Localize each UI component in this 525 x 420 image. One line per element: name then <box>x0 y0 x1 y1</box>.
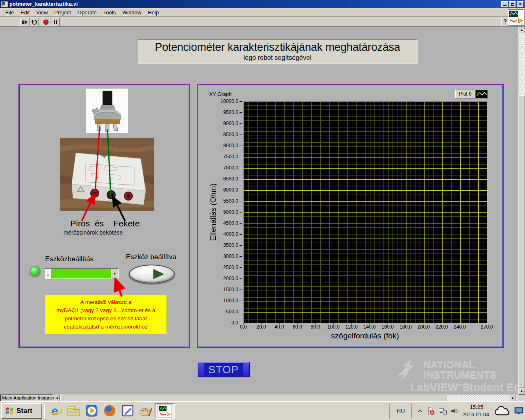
and-label: és <box>95 219 104 228</box>
start-button[interactable]: Start <box>1 403 42 419</box>
x-tick-label: 160,0 <box>381 324 394 330</box>
quicklaunch-media-player-icon[interactable] <box>82 403 100 419</box>
y-tick-label: 6000,0 <box>223 187 242 193</box>
page-subtitle: legó robot segítségével <box>138 54 417 62</box>
svg-text:1: 1 <box>521 22 523 25</box>
menu-file[interactable]: File <box>2 9 17 16</box>
hint-tooltip: A menüből válaszd a myDAQ1 (vagy 2 vagy … <box>45 295 167 334</box>
run-arrow-icon <box>22 19 28 25</box>
xy-graph-plot-area <box>243 101 487 323</box>
y-tick-label: 4000,0 <box>223 231 242 237</box>
volume-icon[interactable] <box>450 407 459 415</box>
cloud-sync-icon[interactable] <box>494 405 511 417</box>
y-tick-label: 5500,0 <box>223 198 242 204</box>
watermark-edition: LabVIEW™Student Edition <box>410 381 525 394</box>
horizontal-scroll-thumb[interactable] <box>60 395 447 401</box>
device-combo-value[interactable] <box>51 269 111 278</box>
black-probe-label: Fekete <box>113 219 139 228</box>
abort-icon <box>43 19 49 25</box>
device-ready-button[interactable] <box>129 265 175 283</box>
close-button[interactable]: × <box>517 1 524 7</box>
x-axis-title: szögelfordulás (fok) <box>243 331 487 340</box>
task-labview[interactable] <box>155 403 175 419</box>
scroll-right-button[interactable]: ► <box>510 395 516 401</box>
menu-operate[interactable]: Operate <box>74 9 100 16</box>
pause-button[interactable] <box>50 18 60 26</box>
quicklaunch-firefox-icon[interactable] <box>100 403 119 419</box>
taskbar-clock[interactable]: 15:25 2016.01.04. <box>462 404 491 418</box>
clock-date: 2016.01.04. <box>462 411 491 418</box>
start-button-label: Start <box>16 407 32 415</box>
vi-icon[interactable]: 1 <box>508 9 524 26</box>
app-instance-indicator: Main Application Instance <box>0 395 53 401</box>
y-tick-label: 10000,0 <box>221 98 242 104</box>
scroll-down-button[interactable]: ▼ <box>518 388 525 395</box>
tray-divider <box>389 404 390 418</box>
menu-window[interactable]: Window <box>119 9 144 16</box>
toolbar: ? <box>0 17 525 27</box>
page-title: Potenciométer karakterisztikájának megha… <box>138 41 417 54</box>
combo-dropdown-arrow[interactable]: ▼ <box>111 269 118 278</box>
y-tick-label: 9000,0 <box>223 121 242 126</box>
watermark-line2: INSTRUMENTS <box>423 369 497 381</box>
y-tick-label: 8000,0 <box>223 143 242 148</box>
ni-eagle-logo <box>396 359 421 382</box>
menu-project[interactable]: Project <box>51 9 74 16</box>
show-desktop-icon[interactable] <box>514 407 523 415</box>
front-panel: Potenciométer karakterisztikájának megha… <box>0 27 525 395</box>
status-led <box>30 266 41 277</box>
language-indicator[interactable]: HU <box>395 408 406 414</box>
x-tick-label: 140,0 <box>363 324 376 330</box>
y-tick-label: 8500,0 <box>223 132 242 137</box>
device-combo[interactable]: IO ▼ <box>45 268 119 279</box>
horizontal-scrollbar[interactable]: Main Application Instance ◄ ► <box>0 395 525 401</box>
graph-panel: XY Graph Plot 0 Ellenállás (Ohm) 10000,0… <box>197 84 504 348</box>
menu-view[interactable]: View <box>33 9 51 16</box>
run-continuous-button[interactable] <box>30 18 39 26</box>
red-probe-label: Piros <box>70 219 90 228</box>
x-tick-label: 60,0 <box>292 324 302 330</box>
menu-help[interactable]: Help <box>144 9 162 16</box>
y-tick-label: 9500,0 <box>223 110 242 115</box>
y-tick-label: 3500,0 <box>223 242 242 248</box>
plot-legend-icon[interactable] <box>475 90 488 98</box>
labview-task-icon <box>158 404 172 418</box>
potentiometer-graphic <box>86 89 128 133</box>
x-tick-label: 20,0 <box>256 324 266 330</box>
minimize-button[interactable] <box>501 1 508 7</box>
vertical-scrollbar[interactable]: ▲ ▼ <box>518 27 525 395</box>
stop-button[interactable]: STOP <box>197 362 250 377</box>
io-type-glyph: IO <box>45 269 51 278</box>
action-center-flag-icon[interactable] <box>426 406 435 415</box>
restore-button[interactable] <box>509 1 516 7</box>
stop-button-label: STOP <box>208 363 239 376</box>
windows-logo-icon <box>5 406 14 416</box>
abort-button[interactable] <box>41 18 50 26</box>
quicklaunch-internet-explorer-icon[interactable]: e <box>46 403 64 419</box>
ni-watermark: NATIONAL INSTRUMENTS LabVIEW™Student Edi… <box>394 358 517 393</box>
quicklaunch-windows-explorer-icon[interactable] <box>64 403 82 419</box>
scroll-left-button[interactable]: ◄ <box>54 395 60 401</box>
plot-legend-name[interactable]: Plot 0 <box>455 90 475 98</box>
pause-icon <box>52 19 59 25</box>
y-tick-label: 7500,0 <box>223 154 242 160</box>
menu-edit[interactable]: Edit <box>17 9 33 16</box>
quick-launch-area: e <box>46 403 155 419</box>
system-tray: HU <box>388 404 525 418</box>
x-tick-label: 120,0 <box>345 324 358 330</box>
network-icon[interactable] <box>438 407 447 415</box>
run-button[interactable] <box>20 18 30 26</box>
scroll-up-button[interactable]: ▲ <box>518 27 525 33</box>
menu-tools[interactable]: Tools <box>100 9 119 16</box>
labview-app-icon <box>1 1 8 7</box>
vertical-scroll-thumb[interactable] <box>518 95 525 388</box>
y-tick-label: 1000,0 <box>223 298 242 304</box>
quicklaunch-paint-icon[interactable] <box>137 403 155 419</box>
quicklaunch-journal-icon[interactable] <box>119 403 137 419</box>
green-arrow-icon <box>153 269 164 279</box>
plot-legend[interactable]: Plot 0 <box>455 90 488 98</box>
taskbar: Start e HU <box>0 401 525 420</box>
show-hidden-icons-chevron[interactable] <box>417 408 423 414</box>
mydaq-graphic: COM <box>60 138 154 211</box>
clock-time: 15:25 <box>462 404 491 411</box>
